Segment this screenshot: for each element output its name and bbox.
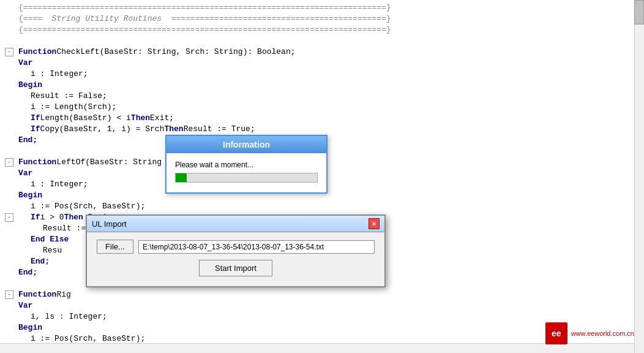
code-text: Begin xyxy=(18,322,42,333)
code-text: {=======================================… xyxy=(18,25,391,36)
code-text: End Else xyxy=(31,234,69,245)
code-text: i > 0 xyxy=(40,212,64,223)
code-text: Resu xyxy=(43,245,62,256)
code-line: - Function CheckLeft(BaseStr: String, Sr… xyxy=(18,47,639,58)
scrollbar-thumb[interactable] xyxy=(634,0,644,25)
code-line: If Copy(BaseStr, 1, i) = Srch Then Resul… xyxy=(18,124,639,135)
vertical-scrollbar[interactable] xyxy=(634,0,644,353)
info-dialog: Information Please wait a moment... xyxy=(165,135,328,194)
code-text: Result := False; xyxy=(31,91,107,102)
code-text: Begin xyxy=(18,80,42,91)
code-line: {=======================================… xyxy=(18,2,639,13)
code-text: If xyxy=(31,212,40,223)
collapse-icon[interactable]: - xyxy=(5,290,13,299)
code-text: Var xyxy=(18,300,32,311)
import-dialog: UL Import × File... Start Import xyxy=(86,214,386,287)
watermark-site: www.eeworld.com.cn xyxy=(571,330,634,337)
code-line: i : Integer; xyxy=(18,179,639,190)
file-row: File... xyxy=(97,240,375,254)
code-text: Function xyxy=(18,289,56,300)
code-line: If Length(BaseStr) < i Then Exit; xyxy=(18,113,639,124)
code-line: Begin xyxy=(18,190,639,201)
watermark: ee www.eeworld.com.cn xyxy=(545,322,634,344)
code-text: If xyxy=(31,113,40,124)
code-editor: {=======================================… xyxy=(0,0,644,353)
close-button[interactable]: × xyxy=(369,218,380,229)
code-line: Var xyxy=(18,168,639,179)
import-dialog-title: UL Import xyxy=(92,219,127,229)
progress-bar-fill xyxy=(176,173,187,182)
code-line: Begin xyxy=(18,80,639,91)
code-text: i : Integer; xyxy=(31,179,88,190)
code-line: Var xyxy=(18,300,639,311)
watermark-logo-text: ee xyxy=(552,328,561,338)
code-text: i : Integer; xyxy=(31,69,88,80)
horizontal-scrollbar[interactable] xyxy=(0,343,634,353)
code-line: - Function Rig xyxy=(18,289,639,300)
code-text: Function xyxy=(18,47,56,58)
code-line: End; xyxy=(18,135,639,146)
code-text: Begin xyxy=(18,190,42,201)
collapse-icon[interactable]: - xyxy=(5,213,13,222)
code-text: {==== String Utility Routines ==========… xyxy=(18,13,391,25)
blank-line xyxy=(18,36,639,47)
code-text: Function xyxy=(18,157,56,168)
collapse-icon[interactable]: - xyxy=(5,48,13,56)
info-dialog-body: Please wait a moment... xyxy=(167,153,326,192)
code-text: Var xyxy=(18,168,32,179)
code-text: Var xyxy=(18,58,32,69)
code-line: {==== String Utility Routines ==========… xyxy=(18,13,639,25)
file-path-input[interactable] xyxy=(138,240,375,254)
code-text: End; xyxy=(18,135,37,146)
code-text: {=======================================… xyxy=(18,2,391,13)
import-dialog-body: File... Start Import xyxy=(87,232,384,286)
code-line: i, ls : Integer; xyxy=(18,311,639,322)
code-text: Then xyxy=(131,113,150,124)
watermark-logo: ee xyxy=(545,322,567,344)
progress-bar-container xyxy=(175,173,318,183)
code-line: {=======================================… xyxy=(18,25,639,36)
code-text: Length(BaseStr) < i xyxy=(40,113,131,124)
code-line: Var xyxy=(18,58,639,69)
code-line: i := Length(Srch); xyxy=(18,102,639,113)
code-text: Copy(BaseStr, 1, i) = Srch xyxy=(40,124,165,135)
code-text: i, ls : Integer; xyxy=(31,311,107,322)
code-line: i : Integer; xyxy=(18,69,639,80)
code-text: Result := True; xyxy=(184,124,255,135)
code-text: If xyxy=(31,124,40,135)
code-text: End; xyxy=(18,267,37,278)
file-button[interactable]: File... xyxy=(97,240,133,254)
code-text: i := Length(Srch); xyxy=(31,102,116,113)
code-text: Exit; xyxy=(150,113,174,124)
code-text: i := Pos(Srch, BaseStr); xyxy=(31,201,145,212)
code-text: Then xyxy=(164,124,183,135)
blank-line xyxy=(18,146,639,157)
code-text: Rig xyxy=(56,289,70,300)
code-text: End; xyxy=(31,256,50,267)
code-text: LeftOf(BaseStr: String xyxy=(56,157,162,168)
start-import-button[interactable]: Start Import xyxy=(199,260,272,276)
collapse-icon[interactable]: - xyxy=(5,158,13,167)
code-line: - Function LeftOf(BaseStr: String xyxy=(18,157,639,168)
code-line: Result := False; xyxy=(18,91,639,102)
import-dialog-header: UL Import × xyxy=(87,216,384,232)
code-line: i := Pos(Srch, BaseStr); xyxy=(18,201,639,212)
info-dialog-message: Please wait a moment... xyxy=(175,161,318,169)
info-dialog-title: Information xyxy=(167,136,326,153)
code-text: CheckLeft(BaseStr: String, Srch: String)… xyxy=(56,47,295,58)
